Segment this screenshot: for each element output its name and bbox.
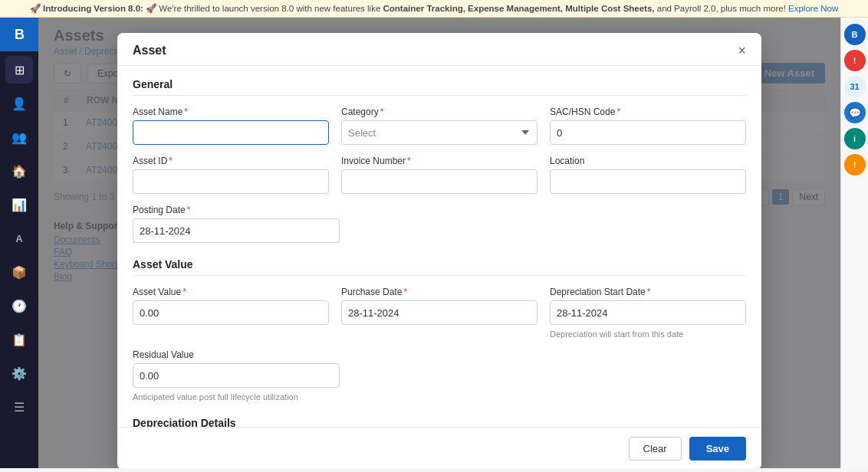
main-content: Assets Asset / Depreciation ↻ Export A..… bbox=[38, 18, 840, 468]
announcement-features: Container Tracking, Expense Management, … bbox=[383, 4, 655, 13]
right-icon-chat[interactable]: 💬 bbox=[844, 102, 866, 123]
sac-hsn-input[interactable] bbox=[550, 120, 746, 145]
announcement-intro: Introducing Version 8.0: bbox=[43, 4, 143, 13]
explore-now-link[interactable]: Explore Now bbox=[788, 4, 838, 13]
category-select[interactable]: Select bbox=[341, 120, 538, 145]
category-group: Category* Select bbox=[341, 107, 538, 145]
asset-modal: Asset × General Asset Name* bbox=[117, 33, 761, 468]
location-group: Location bbox=[550, 156, 746, 194]
modal-body: General Asset Name* Cate bbox=[117, 66, 761, 465]
asset-name-label: Asset Name* bbox=[133, 107, 329, 117]
sidebar-item-user[interactable]: 👤 bbox=[5, 90, 33, 117]
right-panel: B ! 31 💬 i ! bbox=[840, 18, 868, 468]
asset-name-group: Asset Name* bbox=[133, 107, 329, 145]
posting-date-input[interactable] bbox=[133, 218, 340, 243]
asset-id-input[interactable] bbox=[133, 169, 329, 194]
sidebar-item-text[interactable]: A bbox=[5, 225, 33, 252]
location-input[interactable] bbox=[550, 169, 746, 194]
general-heading: General bbox=[133, 78, 746, 96]
category-label: Category* bbox=[341, 107, 538, 117]
sidebar-item-package[interactable]: 📦 bbox=[5, 258, 33, 286]
right-icon-calendar[interactable]: 31 bbox=[844, 76, 866, 97]
right-icon-user[interactable]: B bbox=[844, 24, 866, 45]
clear-button[interactable]: Clear bbox=[629, 437, 682, 461]
depreciation-start-date-label: Depreciation Start Date* bbox=[550, 287, 746, 297]
right-icon-info[interactable]: i bbox=[844, 128, 866, 149]
announcement-text: 🚀 Introducing Version 8.0: 🚀 We're thril… bbox=[30, 4, 839, 13]
purchase-date-input[interactable] bbox=[341, 300, 538, 325]
sac-hsn-label: SAC/HSN Code* bbox=[550, 107, 746, 117]
save-button[interactable]: Save bbox=[689, 437, 746, 461]
asset-id-group: Asset ID* bbox=[133, 156, 329, 194]
modal-footer: Clear Save bbox=[117, 427, 761, 468]
app-logo[interactable]: B bbox=[0, 18, 38, 51]
sidebar: B ⊞ 👤 👥 🏠 📊 A 📦 🕐 📋 ⚙️ ☰ bbox=[0, 18, 38, 468]
announcement-bar: 🚀 Introducing Version 8.0: 🚀 We're thril… bbox=[0, 0, 868, 18]
depreciation-start-date-group: Depreciation Start Date* Depreciation wi… bbox=[550, 287, 746, 339]
asset-value-group: Asset Value* bbox=[133, 287, 329, 339]
form-row-4: Asset Value* Purchase Date* bbox=[133, 287, 746, 339]
residual-value-group: Residual Value Anticipated value post fu… bbox=[133, 349, 340, 402]
posting-date-label: Posting Date* bbox=[133, 205, 340, 215]
sidebar-item-docs[interactable]: 📋 bbox=[5, 326, 33, 353]
form-row-2: Asset ID* Invoice Number* bbox=[133, 156, 746, 194]
depreciation-hint: Depreciation will start from this date bbox=[550, 329, 746, 339]
asset-value-label: Asset Value* bbox=[133, 287, 329, 297]
general-section: General Asset Name* Cate bbox=[133, 78, 746, 243]
purchase-date-group: Purchase Date* bbox=[341, 287, 538, 339]
location-label: Location bbox=[550, 156, 746, 166]
invoice-number-input[interactable] bbox=[341, 169, 538, 194]
posting-date-group: Posting Date* bbox=[133, 205, 340, 243]
modal-close-button[interactable]: × bbox=[738, 44, 746, 57]
sidebar-item-clock[interactable]: 🕐 bbox=[5, 292, 33, 320]
form-row-3: Posting Date* bbox=[133, 205, 746, 243]
sidebar-item-menu[interactable]: ☰ bbox=[5, 393, 33, 421]
invoice-number-label: Invoice Number* bbox=[341, 156, 538, 166]
asset-name-input[interactable] bbox=[133, 120, 329, 145]
modal-overlay: Asset × General Asset Name* bbox=[38, 18, 840, 468]
right-icon-notification[interactable]: ! bbox=[844, 50, 866, 71]
purchase-date-label: Purchase Date* bbox=[341, 287, 538, 297]
asset-value-section: Asset Value Asset Value* bbox=[133, 258, 746, 402]
sidebar-item-dashboard[interactable]: ⊞ bbox=[5, 56, 33, 84]
form-row-1: Asset Name* Category* Select bbox=[133, 107, 746, 145]
sidebar-item-settings[interactable]: ⚙️ bbox=[5, 359, 33, 387]
sidebar-item-people[interactable]: 👥 bbox=[5, 123, 33, 151]
residual-value-input[interactable] bbox=[133, 363, 340, 388]
form-row-5: Residual Value Anticipated value post fu… bbox=[133, 349, 746, 402]
sidebar-item-home[interactable]: 🏠 bbox=[5, 157, 33, 185]
modal-title: Asset bbox=[133, 44, 166, 57]
sac-hsn-group: SAC/HSN Code* bbox=[550, 107, 746, 145]
depreciation-start-date-input[interactable] bbox=[550, 300, 746, 325]
modal-header: Asset × bbox=[117, 33, 761, 66]
residual-value-label: Residual Value bbox=[133, 349, 340, 360]
sidebar-item-chart[interactable]: 📊 bbox=[5, 191, 33, 218]
asset-id-label: Asset ID* bbox=[133, 156, 329, 166]
residual-hint: Anticipated value post full lifecycle ut… bbox=[133, 392, 340, 402]
right-icon-alert[interactable]: ! bbox=[844, 154, 866, 175]
invoice-number-group: Invoice Number* bbox=[341, 156, 538, 194]
asset-value-heading: Asset Value bbox=[133, 258, 746, 276]
asset-value-input[interactable] bbox=[133, 300, 329, 325]
